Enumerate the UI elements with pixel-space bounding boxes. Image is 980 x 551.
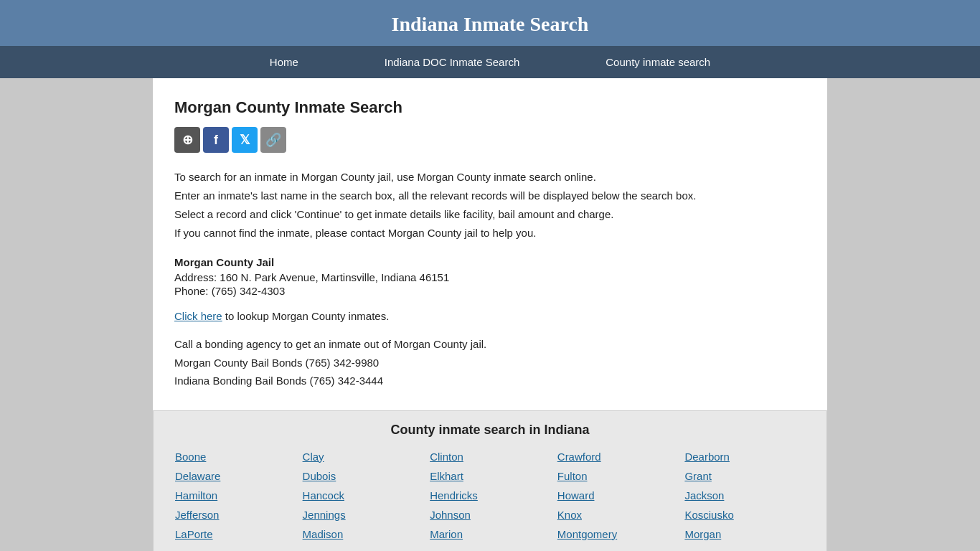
county-link[interactable]: Madison <box>303 527 423 542</box>
nav-doc-search[interactable]: Indiana DOC Inmate Search <box>341 46 562 78</box>
county-link[interactable]: Howard <box>557 488 678 503</box>
county-link[interactable]: Morgan <box>684 527 805 542</box>
county-link[interactable]: Grant <box>684 468 805 484</box>
main-content: Morgan County Inmate Search ⊕ f 𝕏 🔗 To s… <box>153 78 827 551</box>
county-link[interactable]: Montgomery <box>557 527 678 542</box>
county-link[interactable]: Jackson <box>684 488 805 503</box>
click-here-line: Click here to lookup Morgan County inmat… <box>174 310 806 322</box>
jail-phone: Phone: (765) 342-4303 <box>174 285 806 297</box>
county-section-title: County inmate search in Indiana <box>168 423 812 438</box>
county-link[interactable]: Knox <box>557 507 678 522</box>
county-link[interactable]: Hamilton <box>175 488 296 503</box>
county-link[interactable]: Hendricks <box>430 488 550 503</box>
jail-address: Address: 160 N. Park Avenue, Martinsvill… <box>174 271 806 283</box>
click-here-link[interactable]: Click here <box>174 310 222 322</box>
nav-home[interactable]: Home <box>227 46 341 78</box>
county-link[interactable]: Hancock <box>303 488 423 503</box>
bonding-intro: Call a bonding agency to get an inmate o… <box>174 335 806 354</box>
description-block: To search for an inmate in Morgan County… <box>174 169 806 242</box>
county-link[interactable]: LaPorte <box>175 527 296 542</box>
site-title: Indiana Inmate Search <box>0 13 980 36</box>
facebook-button[interactable]: f <box>203 127 229 153</box>
county-link[interactable]: Kosciusko <box>684 507 805 522</box>
jail-name: Morgan County Jail <box>174 256 806 268</box>
county-link[interactable]: Fulton <box>557 468 678 484</box>
county-link[interactable]: Dearborn <box>684 449 805 464</box>
bond2: Indiana Bonding Bail Bonds (765) 342-344… <box>174 372 806 390</box>
share-buttons: ⊕ f 𝕏 🔗 <box>174 127 806 153</box>
desc-line-1: To search for an inmate in Morgan County… <box>174 169 806 186</box>
desc-line-2: Enter an inmate's last name in the searc… <box>174 187 806 204</box>
bond1: Morgan County Bail Bonds (765) 342-9980 <box>174 354 806 372</box>
county-link[interactable]: Jefferson <box>175 507 296 522</box>
jail-info-block: Morgan County Jail Address: 160 N. Park … <box>174 256 806 297</box>
page-title: Morgan County Inmate Search <box>174 98 806 117</box>
county-link[interactable]: Boone <box>175 449 296 464</box>
county-link[interactable]: Clinton <box>430 449 550 464</box>
nav-county-search[interactable]: County inmate search <box>562 46 753 78</box>
county-link[interactable]: Johnson <box>430 507 550 522</box>
bonding-info: Call a bonding agency to get an inmate o… <box>174 335 806 390</box>
county-link[interactable]: Delaware <box>175 468 296 484</box>
county-link[interactable]: Elkhart <box>430 468 550 484</box>
desc-line-4: If you cannot find the inmate, please co… <box>174 225 806 242</box>
share-button[interactable]: ⊕ <box>174 127 200 153</box>
desc-line-3: Select a record and click 'Continue' to … <box>174 206 806 223</box>
county-link[interactable]: Dubois <box>303 468 423 484</box>
county-grid: BooneClayClintonCrawfordDearbornDelaware… <box>168 449 812 542</box>
county-link[interactable]: Crawford <box>557 449 678 464</box>
twitter-button[interactable]: 𝕏 <box>232 127 258 153</box>
county-section: County inmate search in Indiana BooneCla… <box>153 410 827 552</box>
county-link[interactable]: Marion <box>430 527 550 542</box>
county-link[interactable]: Clay <box>303 449 423 464</box>
county-link[interactable]: Jennings <box>303 507 423 522</box>
site-header: Indiana Inmate Search <box>0 0 980 46</box>
main-nav: Home Indiana DOC Inmate Search County in… <box>0 46 980 78</box>
click-here-suffix: to lookup Morgan County inmates. <box>222 310 390 322</box>
copy-link-button[interactable]: 🔗 <box>260 127 286 153</box>
